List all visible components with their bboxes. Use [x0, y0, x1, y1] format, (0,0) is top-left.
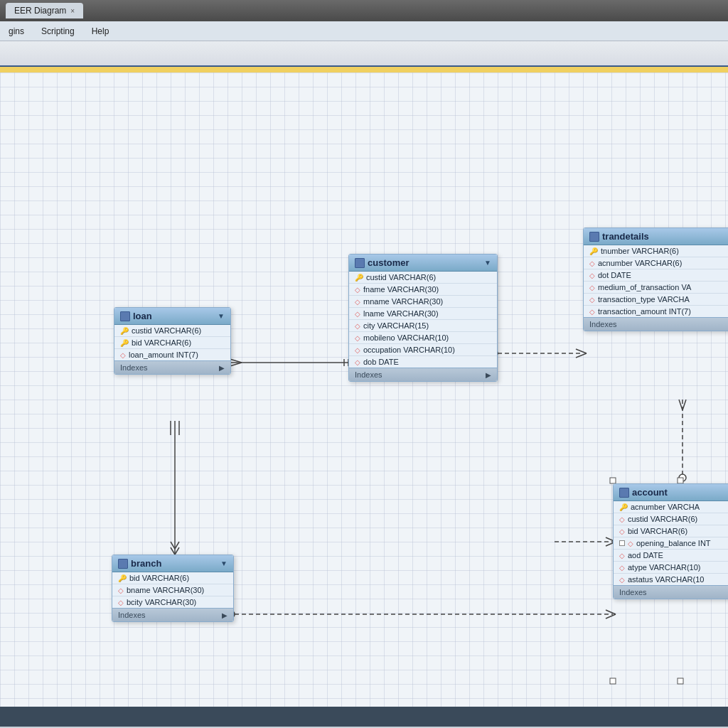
tab-close-button[interactable]: × [70, 7, 75, 15]
table-icon [120, 311, 130, 321]
diamond-icon: ◇ [120, 351, 126, 359]
col-value: opening_balance INT [636, 539, 711, 547]
svg-line-15 [175, 542, 179, 549]
col-value: custid VARCHAR(6) [132, 326, 201, 335]
table-row: ◇ bcity VARCHAR(30) [112, 596, 233, 608]
table-customer-header: customer ▼ [349, 255, 497, 272]
col-value: lname VARCHAR(30) [363, 309, 439, 318]
svg-rect-24 [610, 478, 616, 483]
diamond-icon: ◇ [619, 564, 625, 572]
svg-line-12 [171, 547, 175, 555]
table-icon [619, 488, 629, 498]
indexes-label: Indexes [118, 611, 146, 619]
col-value: bid VARCHAR(6) [628, 527, 687, 535]
svg-line-19 [606, 614, 616, 619]
table-row: ◇ transaction_type VARCHA [584, 294, 728, 306]
eer-tab[interactable]: EER Diagram × [6, 3, 83, 18]
table-row: ◇ city VARCHAR(15) [349, 320, 497, 332]
table-loan-header: loan ▼ [114, 308, 230, 325]
svg-line-13 [175, 547, 179, 555]
table-trandetails-name: trandetails [602, 231, 649, 242]
table-row: 🔑 bid VARCHAR(6) [114, 337, 230, 349]
col-value: custid VARCHAR(6) [628, 515, 697, 523]
branch-indexes-bar[interactable]: Indexes ▶ [112, 608, 233, 621]
svg-line-18 [606, 610, 616, 614]
table-row: ◇ aod DATE [614, 550, 728, 562]
table-account[interactable]: account 🔑 acnumber VARCHA ◇ custid VARCH… [613, 483, 728, 599]
col-value: tnumber VARCHAR(6) [601, 247, 679, 255]
table-row: ◇ dot DATE [584, 269, 728, 282]
diamond-icon: ◇ [589, 296, 595, 304]
table-account-header: account [614, 484, 728, 501]
table-row: ◇ bname VARCHAR(30) [112, 584, 233, 596]
col-value: transaction_type VARCHA [598, 295, 690, 304]
loan-arrow[interactable]: ▼ [218, 312, 225, 320]
bottom-bar [0, 707, 728, 727]
table-row: 🔑 bid VARCHAR(6) [112, 572, 233, 584]
col-value: mname VARCHAR(30) [363, 297, 443, 306]
indexes-expand-icon[interactable]: ▶ [219, 364, 225, 372]
indexes-expand-icon[interactable]: ▶ [486, 371, 491, 379]
table-trandetails-header: trandetails [584, 228, 728, 245]
col-value: dob DATE [363, 358, 399, 366]
diamond-icon: ◇ [355, 334, 360, 342]
key-icon: 🔑 [619, 503, 628, 511]
table-row: ◇ transaction_amount INT(7) [584, 306, 728, 317]
diamond-icon: ◇ [619, 528, 625, 535]
indexes-label: Indexes [355, 370, 382, 379]
col-value: fname VARCHAR(30) [363, 285, 439, 294]
table-branch-header: branch ▼ [112, 555, 233, 572]
table-loan[interactable]: loan ▼ 🔑 custid VARCHAR(6) 🔑 bid VARCHAR… [114, 307, 231, 375]
menu-plugins[interactable]: gins [6, 25, 27, 38]
col-value: bcity VARCHAR(30) [127, 598, 196, 606]
diamond-icon: ◇ [589, 259, 595, 267]
table-branch-name: branch [131, 558, 161, 569]
menu-bar: gins Scripting Help [0, 21, 728, 41]
col-value: aod DATE [628, 551, 663, 560]
table-row: ◇ custid VARCHAR(6) [614, 513, 728, 525]
diamond-icon: ◇ [355, 298, 360, 306]
square-icon [619, 540, 625, 546]
diamond-icon: ◇ [355, 346, 360, 354]
svg-line-14 [171, 542, 175, 549]
svg-rect-25 [678, 478, 683, 483]
customer-indexes-bar[interactable]: Indexes ▶ [349, 368, 497, 381]
indexes-expand-icon[interactable]: ▶ [222, 611, 228, 619]
diamond-icon: ◇ [619, 576, 625, 584]
tab-label: EER Diagram [14, 6, 66, 16]
svg-point-23 [679, 474, 686, 481]
col-value: custid VARCHAR(6) [366, 273, 436, 282]
diamond-icon: ◇ [589, 284, 595, 291]
svg-line-22 [682, 400, 686, 410]
eer-canvas[interactable]: loan ▼ 🔑 custid VARCHAR(6) 🔑 bid VARCHAR… [0, 73, 728, 707]
table-branch[interactable]: branch ▼ 🔑 bid VARCHAR(6) ◇ bname VARCHA… [112, 555, 234, 622]
table-trandetails[interactable]: trandetails 🔑 tnumber VARCHAR(6) ◇ acnum… [583, 228, 728, 331]
menu-help[interactable]: Help [89, 25, 112, 38]
table-row: 🔑 tnumber VARCHAR(6) [584, 245, 728, 257]
branch-arrow[interactable]: ▼ [220, 560, 228, 567]
customer-arrow[interactable]: ▼ [484, 259, 491, 267]
loan-indexes-bar[interactable]: Indexes ▶ [114, 360, 230, 374]
yellow-bar [0, 67, 728, 73]
menu-scripting[interactable]: Scripting [38, 25, 77, 38]
table-branch-body: 🔑 bid VARCHAR(6) ◇ bname VARCHAR(30) ◇ b… [112, 572, 233, 608]
diamond-icon: ◇ [628, 540, 633, 547]
account-indexes-bar[interactable]: Indexes [614, 585, 728, 599]
key-icon: 🔑 [589, 247, 598, 255]
diamond-icon: ◇ [589, 308, 595, 316]
diamond-icon: ◇ [619, 515, 625, 523]
table-customer[interactable]: customer ▼ 🔑 custid VARCHAR(6) ◇ fname V… [348, 254, 498, 382]
svg-rect-29 [610, 678, 616, 684]
table-row: 🔑 custid VARCHAR(6) [114, 325, 230, 337]
col-value: bid VARCHAR(6) [132, 338, 191, 347]
trandetails-indexes-bar[interactable]: Indexes [584, 317, 728, 331]
col-value: astatus VARCHAR(10 [628, 575, 704, 584]
diamond-icon: ◇ [589, 272, 595, 279]
table-row: ◇ occupation VARCHAR(10) [349, 344, 497, 356]
table-loan-name: loan [133, 311, 152, 321]
col-value: acnumber VARCHAR(6) [598, 259, 682, 267]
col-value: loan_amount INT(7) [129, 350, 198, 359]
table-row: ◇ loan_amount INT(7) [114, 349, 230, 360]
table-row: ◇ bid VARCHAR(6) [614, 525, 728, 537]
table-row: 🔑 acnumber VARCHA [614, 501, 728, 513]
